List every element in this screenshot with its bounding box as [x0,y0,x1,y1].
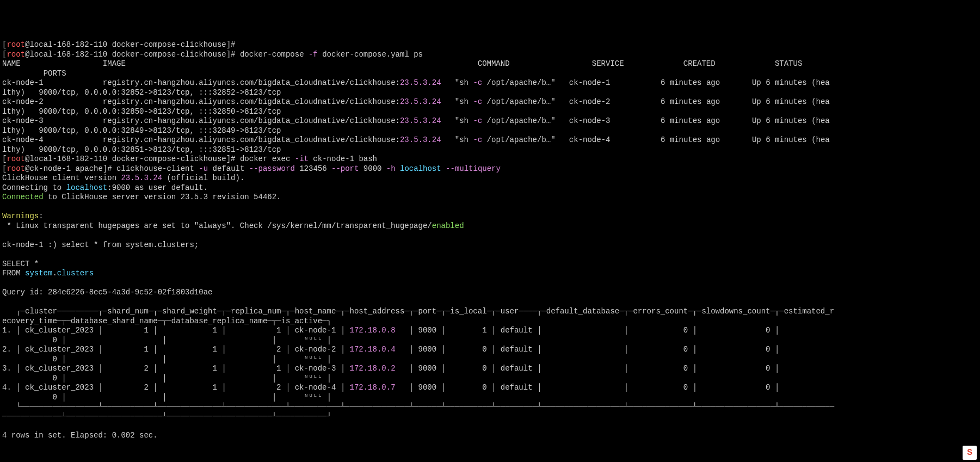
command-text: docker-compose -f docker-compose.yaml ps [240,50,423,59]
table-row: 0 │ │ │ ᴺᵁᴸᴸ │ [2,374,331,383]
warnings-body: * Linux transparent hugepages are set to… [2,221,464,230]
table-row: 0 │ │ │ ᴺᵁᴸᴸ │ [2,393,331,402]
terminal-output[interactable]: [root@local-168-182-110 docker-compose-c… [2,40,978,440]
command-text: docker exec -it ck-node-1 bash [240,155,377,163]
connecting-line: Connecting to localhost:9000 as user def… [2,183,208,192]
table-row: 0 │ │ │ ᴺᵁᴸᴸ │ [2,336,331,344]
ps-row-cont: lthy) 9000/tcp, 0.0.0.0:32851->8123/tcp,… [2,145,281,154]
table-header: ┌─cluster─────────┬─shard_num─┬─shard_we… [2,307,834,316]
table-row: 1. │ ck_cluster_2023 │ 1 │ 1 │ 1 │ ck-no… [2,326,779,335]
ps-row: ck-node-2 registry.cn-hangzhou.aliyuncs.… [2,97,830,106]
table-footer: ─────────────┴─────────────────────┴────… [2,412,331,421]
ps-row-cont: lthy) 9000/tcp, 0.0.0.0:32849->8123/tcp,… [2,126,281,135]
ps-row-cont: lthy) 9000/tcp, 0.0.0.0:32850->8123/tcp,… [2,107,281,116]
ps-header-ports: PORTS [2,69,66,78]
table-row: 0 │ │ │ ᴺᵁᴸᴸ │ [2,355,331,364]
table-row: 3. │ ck_cluster_2023 │ 2 │ 1 │ 1 │ ck-no… [2,364,779,373]
prompt-line: [root@local-168-182-110 docker-compose-c… [2,50,240,59]
ps-row: ck-node-4 registry.cn-hangzhou.aliyuncs.… [2,135,830,144]
ps-row: ck-node-1 registry.cn-hangzhou.aliyuncs.… [2,78,830,87]
ps-row-cont: lthy) 9000/tcp, 0.0.0.0:32852->8123/tcp,… [2,88,281,97]
table-footer: └─────────────────┴───────────┴─────────… [2,402,834,411]
result-summary: 4 rows in set. Elapsed: 0.002 sec. [2,431,158,440]
sql-echo: FROM system.clusters [2,269,94,278]
warnings-line: Warnings: [2,212,44,220]
table-row: 2. │ ck_cluster_2023 │ 1 │ 1 │ 2 │ ck-no… [2,345,779,354]
command-text: clickhouse-client -u default --password … [116,164,501,173]
ps-row: ck-node-3 registry.cn-hangzhou.aliyuncs.… [2,116,830,125]
client-version: ClickHouse client version 23.5.3.24 (off… [2,174,244,182]
table-header: ecovery_time─┬─database_shard_name─┬─dat… [2,317,331,325]
sql-echo: SELECT * [2,260,39,268]
ps-header: NAME IMAGE COMMAND SERVICE CREATED STATU… [2,59,802,68]
connected-line: Connected to ClickHouse server version 2… [2,193,281,201]
query-id: Query id: 284e6226-8ec5-4a3d-9c52-02f180… [2,288,212,297]
app-badge-icon: S [963,446,977,460]
prompt-line: [root@local-168-182-110 docker-compose-c… [2,40,236,49]
table-row: 4. │ ck_cluster_2023 │ 2 │ 1 │ 2 │ ck-no… [2,383,779,392]
prompt-line: [root@ck-node-1 apache]# [2,164,116,173]
prompt-line: [root@local-168-182-110 docker-compose-c… [2,155,240,163]
query-prompt: ck-node-1 :) select * from system.cluste… [2,241,199,249]
